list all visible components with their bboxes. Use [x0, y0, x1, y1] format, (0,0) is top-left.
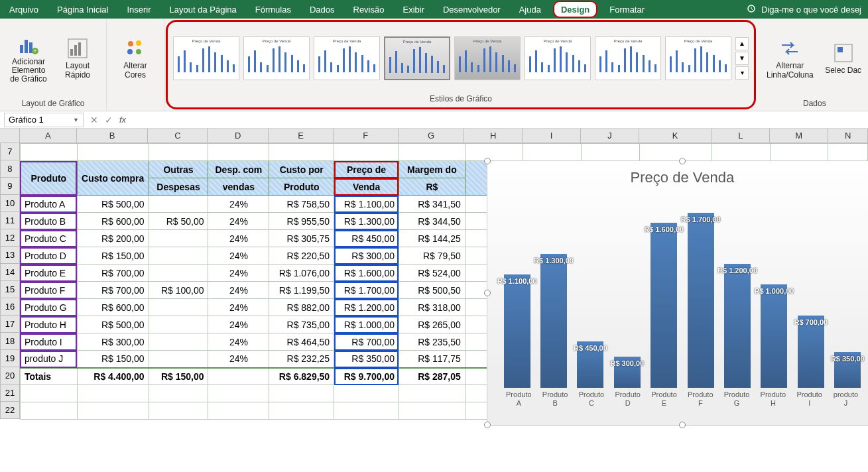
row-header-8[interactable]: 8: [0, 160, 20, 178]
cell-produto[interactable]: Produto F: [20, 282, 77, 299]
resize-handle[interactable]: [484, 422, 491, 428]
hdr-desp[interactable]: Desp. com: [208, 161, 269, 178]
cell-pct[interactable]: 24%: [208, 230, 269, 247]
embedded-chart[interactable]: Preço de Venda R$ 1.100,00R$ 1.300,00R$ …: [487, 160, 868, 426]
chart-plot-area[interactable]: R$ 1.100,00R$ 1.300,00R$ 450,00R$ 300,00…: [501, 189, 864, 388]
cell[interactable]: [269, 385, 334, 402]
row-header-10[interactable]: 10: [0, 195, 20, 212]
cell-custo[interactable]: R$ 700,00: [77, 282, 149, 299]
row-header-19[interactable]: 19: [0, 350, 20, 367]
cell-margem[interactable]: R$ 79,50: [399, 247, 465, 265]
cell[interactable]: [639, 144, 712, 161]
row-header-15[interactable]: 15: [0, 281, 20, 298]
cell[interactable]: [20, 144, 77, 161]
col-header-F[interactable]: F: [334, 129, 399, 143]
select-all-corner[interactable]: [0, 129, 20, 143]
row-header-21[interactable]: 21: [0, 384, 20, 402]
cell[interactable]: [20, 385, 77, 402]
col-header-E[interactable]: E: [269, 129, 334, 143]
ribbon-tab-página-inicial[interactable]: Página Inicial: [48, 0, 117, 19]
gallery-more[interactable]: ▾: [735, 66, 749, 80]
cell-outras[interactable]: R$ 100,00: [149, 282, 208, 299]
row-header-9[interactable]: 9: [0, 178, 20, 195]
row-header-13[interactable]: 13: [0, 247, 20, 264]
cell-margem[interactable]: R$ 117,75: [399, 351, 465, 368]
cell-custoprod[interactable]: R$ 1.199,50: [269, 282, 334, 299]
chart-bar[interactable]: R$ 1.600,00: [651, 223, 677, 388]
cell[interactable]: [149, 144, 208, 161]
cell-produto[interactable]: Produto H: [20, 316, 77, 333]
cell-outras[interactable]: [149, 247, 208, 265]
chart-style-6[interactable]: Preço de Venda: [525, 36, 591, 80]
col-header-I[interactable]: I: [523, 129, 581, 143]
chart-bar[interactable]: R$ 700,00: [798, 316, 824, 388]
hdr2-F[interactable]: Venda: [334, 178, 399, 196]
formula-input[interactable]: [131, 113, 868, 127]
resize-handle[interactable]: [484, 290, 491, 296]
cell-custoprod[interactable]: R$ 882,00: [269, 299, 334, 316]
ribbon-tab-layout-da-página[interactable]: Layout da Página: [160, 0, 246, 19]
name-box[interactable]: Gráfico 1 ▼: [4, 113, 84, 127]
cell[interactable]: [208, 385, 269, 402]
cell-pct[interactable]: 24%: [208, 333, 269, 351]
cell-outras[interactable]: [149, 265, 208, 282]
cell-custoprod[interactable]: R$ 1.076,00: [269, 265, 334, 282]
cell[interactable]: [399, 402, 465, 420]
cell[interactable]: [149, 385, 208, 402]
gallery-scroll-down[interactable]: ▼: [735, 52, 749, 65]
cell-custoprod[interactable]: R$ 305,75: [269, 230, 334, 247]
cell[interactable]: [269, 402, 334, 420]
col-header-B[interactable]: B: [77, 129, 149, 143]
cell-custoprod[interactable]: R$ 220,50: [269, 247, 334, 265]
cell-custo[interactable]: R$ 700,00: [77, 265, 149, 282]
cell-pct[interactable]: 24%: [208, 282, 269, 299]
cell[interactable]: [77, 402, 149, 420]
cell-produto[interactable]: Produto E: [20, 265, 77, 282]
cell-custoprod[interactable]: R$ 232,25: [269, 351, 334, 368]
cell[interactable]: [465, 144, 523, 161]
cell[interactable]: [208, 402, 269, 420]
quick-layout-button[interactable]: Layout Rápido: [54, 34, 101, 82]
cell-produto[interactable]: Produto D: [20, 247, 77, 265]
row-header-20[interactable]: 20: [0, 367, 20, 384]
cell-preco[interactable]: R$ 300,00: [334, 247, 399, 265]
cell-margem[interactable]: R$ 318,00: [399, 299, 465, 316]
col-header-K[interactable]: K: [639, 129, 712, 143]
cell-outras[interactable]: [149, 351, 208, 368]
cell-preco[interactable]: R$ 1.100,00: [334, 196, 399, 213]
row-header-22[interactable]: 22: [0, 402, 20, 419]
cell-preco[interactable]: R$ 700,00: [334, 333, 399, 351]
chart-style-1[interactable]: Preço de Venda: [173, 36, 239, 80]
cell-produto[interactable]: produto J: [20, 351, 77, 368]
row-header-16[interactable]: 16: [0, 298, 20, 316]
cell[interactable]: [334, 144, 399, 161]
chart-style-7[interactable]: Preço de Venda: [595, 36, 661, 80]
cell-produto[interactable]: Produto B: [20, 213, 77, 230]
ribbon-tab-desenvolvedor[interactable]: Desenvolvedor: [434, 0, 510, 19]
hdr2-C[interactable]: Despesas: [149, 178, 208, 196]
cell[interactable]: [828, 144, 868, 161]
col-header-H[interactable]: H: [464, 129, 523, 143]
row-header-14[interactable]: 14: [0, 264, 20, 281]
tell-me-search[interactable]: Diga-me o que você desej: [740, 0, 868, 19]
gallery-scroll-up[interactable]: ▲: [735, 37, 749, 50]
ribbon-tab-formatar[interactable]: Formatar: [600, 0, 654, 19]
col-header-J[interactable]: J: [581, 129, 639, 143]
worksheet[interactable]: ABCDEFGHIJKLMN 7891011121314151617181920…: [0, 129, 868, 472]
cell[interactable]: [399, 385, 465, 402]
hdr2-D[interactable]: vendas: [208, 178, 269, 196]
cell[interactable]: [208, 368, 269, 385]
cell-pct[interactable]: 24%: [208, 196, 269, 213]
ribbon-tab-dados[interactable]: Dados: [300, 0, 344, 19]
chart-bar[interactable]: R$ 1.000,00: [761, 284, 787, 388]
cell-custo[interactable]: R$ 300,00: [77, 333, 149, 351]
row-header-12[interactable]: 12: [0, 229, 20, 247]
row-header-17[interactable]: 17: [0, 316, 20, 333]
cell-custo[interactable]: R$ 200,00: [77, 230, 149, 247]
chart-style-2[interactable]: Preço de Venda: [243, 36, 310, 80]
cell-outras[interactable]: [149, 333, 208, 351]
cell-pct[interactable]: 24%: [208, 351, 269, 368]
cell-margem[interactable]: R$ 265,00: [399, 316, 465, 333]
cell-pct[interactable]: 24%: [208, 247, 269, 265]
cell[interactable]: [208, 144, 269, 161]
